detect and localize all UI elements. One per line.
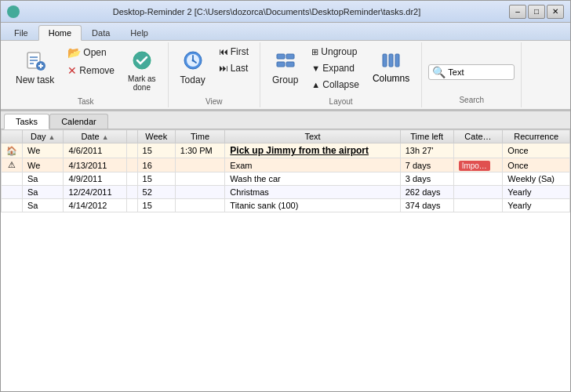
row-icon-cell bbox=[2, 186, 23, 199]
row-date: 4/9/2011 bbox=[64, 172, 126, 186]
row-flag bbox=[126, 143, 137, 158]
row-time bbox=[175, 199, 225, 212]
table-row[interactable]: Sa12/24/201152Christmas262 daysYearly bbox=[2, 186, 570, 199]
col-icon[interactable] bbox=[2, 130, 23, 143]
row-flag bbox=[126, 199, 137, 212]
search-input-wrapper: 🔍 bbox=[428, 64, 515, 80]
minimize-button[interactable]: – bbox=[509, 5, 526, 19]
last-button[interactable]: ⏭ Last bbox=[214, 60, 253, 76]
search-input[interactable] bbox=[448, 67, 511, 77]
row-category: Impo… bbox=[453, 158, 503, 172]
svg-rect-16 bbox=[389, 54, 393, 67]
col-category[interactable]: Cate… bbox=[453, 130, 503, 143]
ribbon-group-layout: Group ⊞ Ungroup ▼ Expand ▲ Collapse bbox=[260, 42, 422, 107]
columns-button[interactable]: Columns bbox=[367, 44, 415, 88]
first-last-stack: ⏮ First ⏭ Last bbox=[214, 44, 253, 76]
new-task-icon bbox=[23, 48, 48, 73]
svg-rect-12 bbox=[286, 54, 294, 59]
collapse-icon: ▲ bbox=[311, 80, 320, 89]
row-week: 52 bbox=[137, 186, 175, 199]
app-icon bbox=[7, 5, 20, 18]
tab-help[interactable]: Help bbox=[120, 25, 158, 40]
svg-rect-11 bbox=[277, 54, 285, 59]
important-badge: Impo… bbox=[459, 161, 490, 171]
row-time: 1:30 PM bbox=[175, 143, 225, 158]
row-category bbox=[453, 199, 503, 212]
col-text[interactable]: Text bbox=[225, 130, 400, 143]
row-day: We bbox=[23, 143, 64, 158]
group-label: Group bbox=[272, 74, 298, 85]
task-group-label: Task bbox=[10, 96, 162, 106]
expand-button[interactable]: ▼ Expand bbox=[307, 60, 364, 76]
row-recurrence: Once bbox=[503, 158, 570, 172]
row-week: 16 bbox=[137, 158, 175, 172]
new-task-label: New task bbox=[16, 74, 54, 85]
col-date[interactable]: Date ▲ bbox=[64, 130, 126, 143]
col-timeleft[interactable]: Time left bbox=[400, 130, 453, 143]
tab-calendar[interactable]: Calendar bbox=[49, 114, 108, 129]
svg-rect-17 bbox=[395, 54, 399, 67]
ribbon: File Home Data Help bbox=[1, 23, 570, 111]
svg-rect-13 bbox=[277, 62, 285, 67]
row-text: Christmas bbox=[225, 186, 400, 199]
task-table: Day ▲ Date ▲ Week Time Text Time left Ca… bbox=[1, 129, 570, 392]
window-controls: – □ ✕ bbox=[509, 5, 564, 19]
view-buttons: Today ⏮ First ⏭ Last bbox=[175, 44, 253, 96]
col-flag[interactable] bbox=[126, 130, 137, 143]
maximize-button[interactable]: □ bbox=[528, 5, 545, 19]
row-flag bbox=[126, 158, 137, 172]
layout-stack: ⊞ Ungroup ▼ Expand ▲ Collapse bbox=[307, 44, 364, 93]
first-button[interactable]: ⏮ First bbox=[214, 44, 253, 60]
ribbon-group-search: 🔍 Search bbox=[422, 42, 522, 107]
row-timeleft: 7 days bbox=[400, 158, 453, 172]
row-timeleft: 374 days bbox=[400, 199, 453, 212]
row-week: 15 bbox=[137, 172, 175, 186]
col-day[interactable]: Day ▲ bbox=[23, 130, 64, 143]
tab-data[interactable]: Data bbox=[82, 25, 120, 40]
table-row[interactable]: Sa4/9/201115Wash the car3 daysWeekly (Sa… bbox=[2, 172, 570, 186]
search-group-label: Search bbox=[428, 94, 515, 104]
row-category bbox=[453, 172, 503, 186]
tab-file[interactable]: File bbox=[4, 25, 38, 40]
row-day: Sa bbox=[23, 186, 64, 199]
new-task-button[interactable]: New task bbox=[10, 44, 60, 89]
ungroup-button[interactable]: ⊞ Ungroup bbox=[307, 44, 364, 60]
tab-tasks[interactable]: Tasks bbox=[4, 114, 49, 129]
row-icon-cell: 🏠 bbox=[2, 143, 23, 158]
col-time[interactable]: Time bbox=[175, 130, 225, 143]
expand-icon: ▼ bbox=[311, 64, 320, 73]
table-row[interactable]: ⚠We4/13/201116Exam7 daysImpo…Once bbox=[2, 158, 570, 172]
ribbon-group-view: Today ⏮ First ⏭ Last View bbox=[169, 42, 260, 107]
view-tab-bar: Tasks Calendar bbox=[1, 111, 570, 129]
mark-done-button[interactable]: Mark asdone bbox=[122, 44, 162, 96]
group-button[interactable]: Group bbox=[267, 44, 304, 89]
row-timeleft: 13h 27' bbox=[400, 143, 453, 158]
row-time bbox=[175, 172, 225, 186]
tab-home[interactable]: Home bbox=[38, 25, 82, 41]
row-flag bbox=[126, 172, 137, 186]
today-button[interactable]: Today bbox=[175, 44, 211, 89]
view-group-label: View bbox=[175, 96, 253, 106]
row-icon-cell bbox=[2, 199, 23, 212]
ribbon-tab-bar: File Home Data Help bbox=[1, 23, 570, 41]
open-button[interactable]: 📂 Open bbox=[63, 44, 119, 61]
today-label: Today bbox=[180, 74, 205, 85]
mark-done-icon bbox=[129, 48, 155, 73]
row-week: 15 bbox=[137, 199, 175, 212]
ribbon-group-task: New task 📂 Open ✕ Remove bbox=[4, 42, 169, 107]
collapse-button[interactable]: ▲ Collapse bbox=[307, 77, 364, 93]
row-day: Sa bbox=[23, 172, 64, 186]
col-week[interactable]: Week bbox=[137, 130, 175, 143]
row-text: Exam bbox=[225, 158, 400, 172]
row-text: Titanic sank (100) bbox=[225, 199, 400, 212]
row-text: Wash the car bbox=[225, 172, 400, 186]
col-recurrence[interactable]: Recurrence bbox=[503, 130, 570, 143]
remove-button[interactable]: ✕ Remove bbox=[63, 62, 119, 79]
close-button[interactable]: ✕ bbox=[547, 5, 564, 19]
table-row[interactable]: Sa4/14/201215Titanic sank (100)374 daysY… bbox=[2, 199, 570, 212]
svg-point-10 bbox=[191, 60, 194, 62]
table-row[interactable]: 🏠We4/6/2011151:30 PMPick up Jimmy from t… bbox=[2, 143, 570, 158]
row-date: 4/13/2011 bbox=[64, 158, 126, 172]
row-date: 4/6/2011 bbox=[64, 143, 126, 158]
layout-buttons: Group ⊞ Ungroup ▼ Expand ▲ Collapse bbox=[267, 44, 415, 96]
